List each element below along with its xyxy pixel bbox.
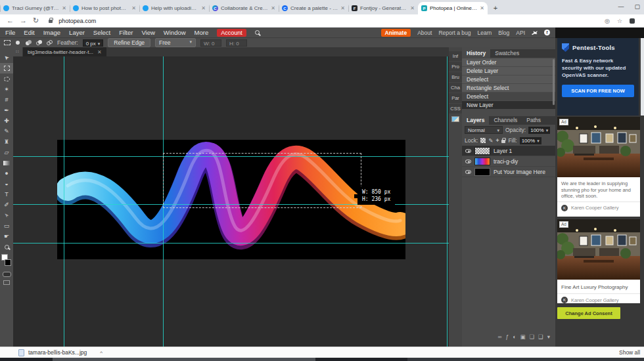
tab-close-icon[interactable]: ✕ <box>62 6 66 11</box>
zoom-tool[interactable] <box>0 242 13 252</box>
lock-icon[interactable] <box>49 20 53 23</box>
link-layers-icon[interactable]: ∞ <box>498 333 502 340</box>
link-blog[interactable]: Blog <box>498 30 509 36</box>
screen-mode-toggle[interactable] <box>3 280 10 285</box>
menu-image[interactable]: Image <box>43 29 60 36</box>
quick-mask-toggle[interactable] <box>3 272 11 277</box>
tab-paths[interactable]: Paths <box>522 116 545 125</box>
eraser-tool[interactable]: ▱ <box>0 147 13 158</box>
browser-tab[interactable]: Help with uploading a profile ph✕ <box>139 2 209 14</box>
tab-close-icon[interactable]: ✕ <box>410 6 415 11</box>
layer-thumbnail[interactable] <box>474 147 490 155</box>
canvas-area[interactable]: ∷ big3media-twitter-header-t... ✕ <box>13 47 449 347</box>
browser-tab[interactable]: How to post photos or GIFs on T✕ <box>70 2 139 14</box>
advertiser-row[interactable]: Karen Cooper Gallery <box>557 293 640 306</box>
tab-close-icon[interactable]: ✕ <box>131 6 136 11</box>
visibility-eye-icon[interactable] <box>465 170 471 174</box>
browser-tab[interactable]: Create a palette - Coolors✕ <box>279 2 348 14</box>
eyedropper-tool[interactable]: ✒ <box>0 105 13 116</box>
layer-style-icon[interactable]: ƒ <box>506 333 509 340</box>
marquee-select-tool[interactable] <box>0 63 13 74</box>
opacity-value[interactable]: 100% <box>528 127 550 134</box>
menu-view[interactable]: View <box>141 29 154 36</box>
selection-intersect-icon[interactable] <box>47 40 53 46</box>
layer-row-selected[interactable]: Layer 1 <box>462 146 555 156</box>
refine-edge-button[interactable]: Refine Edge <box>108 38 150 47</box>
visibility-eye-icon[interactable] <box>465 149 471 153</box>
clone-stamp-tool[interactable]: ♜ <box>0 137 13 147</box>
document-close-icon[interactable]: ✕ <box>97 49 102 55</box>
facebook-icon[interactable] <box>544 30 550 35</box>
quick-selection-tool[interactable]: ✶ <box>0 84 13 95</box>
menu-file[interactable]: File <box>5 29 15 36</box>
history-item[interactable]: Layer Order <box>462 58 555 66</box>
lock-all-icon[interactable] <box>501 140 505 143</box>
menu-select[interactable]: Select <box>93 29 110 36</box>
aspect-mode-select[interactable]: Free <box>155 38 196 47</box>
lock-move-icon[interactable]: + <box>495 137 499 144</box>
blur-tool[interactable]: ● <box>0 168 13 179</box>
feather-input[interactable]: 0 px <box>83 39 104 47</box>
advertiser-row[interactable]: Karen Cooper Gallery <box>557 202 640 214</box>
crop-tool[interactable]: # <box>0 95 13 105</box>
history-item[interactable]: Deselect <box>462 93 555 100</box>
maximize-button[interactable]: ▢ <box>634 3 640 10</box>
selection-new-icon[interactable] <box>15 40 21 46</box>
browser-tab[interactable]: Traci Gurney (@TraciGurney) / T✕ <box>0 2 70 14</box>
visibility-eye-icon[interactable] <box>465 159 471 163</box>
gallery-ad-2[interactable]: Ad Fine Art Luxury Photography Karen Coo… <box>557 219 640 303</box>
downloaded-file-chip[interactable]: tamara-bellis-baKs...jpg ^ <box>18 349 103 356</box>
layer-row[interactable]: Put Your Image Here <box>462 167 555 177</box>
menu-window[interactable]: Window <box>164 29 186 36</box>
add-mask-icon[interactable]: ▣ <box>520 333 525 340</box>
guide-vertical[interactable] <box>447 56 448 347</box>
link-report-a-bug[interactable]: Report a bug <box>438 30 471 36</box>
tab-close-icon[interactable]: ✕ <box>271 6 275 11</box>
tab-close-icon[interactable]: ✕ <box>480 6 484 11</box>
path-select-tool[interactable]: ➢ <box>0 210 13 221</box>
scan-cta-button[interactable]: SCAN FOR FREE NOW <box>562 85 634 97</box>
reload-icon[interactable]: ↻ <box>33 17 39 24</box>
menu-filter[interactable]: Filter <box>119 29 133 36</box>
guide-horizontal[interactable] <box>13 243 449 244</box>
layer-thumbnail[interactable] <box>474 168 490 176</box>
tab-swatches[interactable]: Swatches <box>490 49 524 58</box>
group-layers-icon[interactable]: ❏ <box>529 333 534 340</box>
layer-row[interactable]: traci-g-diy <box>462 156 555 167</box>
gradient-tool[interactable] <box>0 158 13 168</box>
tab-close-icon[interactable]: ✕ <box>201 6 206 11</box>
browser-tab-active[interactable]: Photopea | Online Photo Editor✕ <box>418 2 488 14</box>
history-item[interactable]: Rectangle Select <box>462 84 555 92</box>
width-input[interactable]: W: 0 <box>200 39 221 47</box>
new-tab-button[interactable]: + <box>490 3 501 13</box>
shape-tool[interactable]: ▭ <box>0 221 13 231</box>
selection-subtract-icon[interactable] <box>36 40 42 46</box>
adjustment-icon[interactable]: ◐ <box>513 333 516 340</box>
account-button[interactable]: Account <box>217 29 246 37</box>
show-all-downloads[interactable]: Show all <box>619 349 640 356</box>
chevron-up-icon[interactable]: ^ <box>100 350 103 356</box>
history-item[interactable]: Deselect <box>462 75 555 83</box>
lock-paint-icon[interactable]: ✎ <box>488 137 493 144</box>
link-learn[interactable]: Learn <box>478 30 492 36</box>
tab-close-icon[interactable]: ✕ <box>340 6 345 11</box>
dock-tab-brush[interactable]: Bru <box>449 72 462 82</box>
move-tool[interactable]: ➤ <box>0 53 13 63</box>
height-input[interactable]: H: 0 <box>226 39 247 47</box>
animate-button[interactable]: Animate <box>381 29 411 37</box>
dock-tab-paragraph[interactable]: Par <box>449 93 462 103</box>
profile-icon[interactable]: ◎ <box>605 18 610 24</box>
search-icon[interactable] <box>255 30 260 35</box>
menu-layer[interactable]: Layer <box>69 29 85 36</box>
delete-layer-icon[interactable]: ▾ <box>547 333 550 340</box>
lock-transparency-icon[interactable] <box>480 138 486 143</box>
history-item[interactable]: Delete Layer <box>462 67 555 75</box>
link-api[interactable]: API <box>516 30 525 36</box>
dock-tab-css[interactable]: CSS <box>449 104 462 114</box>
pentest-tools-ad[interactable]: Pentest-Tools Fast & Easy network securi… <box>557 38 639 116</box>
pen-tool[interactable]: ✐ <box>0 200 13 210</box>
new-layer-icon[interactable]: ❑ <box>538 333 543 340</box>
forward-icon[interactable]: → <box>20 17 27 24</box>
menu-more[interactable]: More <box>195 29 209 36</box>
guide-vertical[interactable] <box>64 56 64 347</box>
